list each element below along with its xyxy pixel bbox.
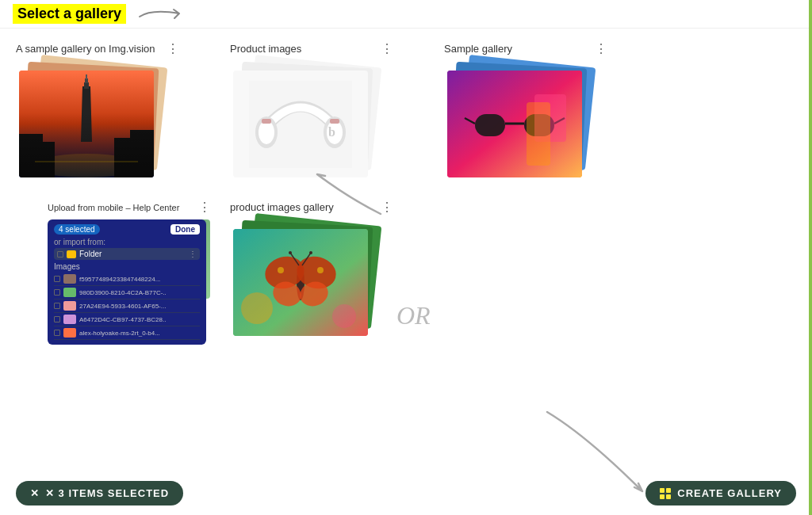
done-button[interactable]: Done xyxy=(170,224,200,235)
folder-label: Folder xyxy=(79,250,189,258)
gallery-4-menu[interactable]: ⋮ xyxy=(195,200,214,215)
svg-point-38 xyxy=(309,251,312,254)
or-text: OR xyxy=(396,301,431,330)
arrow-to-galleries xyxy=(301,158,396,222)
file-2-name: 980D3900-8210-4C2A-B77C-... xyxy=(79,289,167,296)
svg-text:b: b xyxy=(328,125,335,139)
svg-rect-26 xyxy=(527,102,550,166)
gallery-1-menu[interactable]: ⋮ xyxy=(163,41,182,56)
svg-rect-5 xyxy=(86,74,87,79)
page-title: Select a gallery xyxy=(13,4,126,24)
gallery-3-header: Sample gallery ⋮ xyxy=(444,41,611,56)
file-1-checkbox[interactable] xyxy=(54,276,60,282)
create-gallery-label: CREATE GALLERY xyxy=(677,487,782,499)
file-5-thumb xyxy=(63,328,76,338)
gallery-1-stack xyxy=(16,61,167,184)
file-row-2[interactable]: 980D3900-8210-4C2A-B77C-... xyxy=(54,286,200,299)
svg-rect-8 xyxy=(114,138,134,177)
file-row-1[interactable]: f595774894233847448224... xyxy=(54,273,200,286)
file-3-checkbox[interactable] xyxy=(54,303,60,309)
file-3-thumb xyxy=(63,301,76,311)
gallery-card-3[interactable]: Sample gallery ⋮ xyxy=(444,41,611,184)
file-3-name: 27A24E94-5933-4601-AF65-... xyxy=(79,303,166,310)
svg-point-33 xyxy=(278,267,284,273)
svg-rect-7 xyxy=(39,142,55,177)
file-5-checkbox[interactable] xyxy=(54,330,60,336)
file-row-3[interactable]: 27A24E94-5933-4601-AF65-... xyxy=(54,299,200,313)
svg-point-1 xyxy=(31,154,142,177)
right-accent-bar xyxy=(809,0,812,515)
x-icon: ✕ xyxy=(30,487,39,499)
gallery-5-stack xyxy=(230,219,381,342)
file-4-checkbox[interactable] xyxy=(54,316,60,322)
svg-rect-17 xyxy=(262,119,271,124)
gallery-2-header: Product images ⋮ xyxy=(230,41,396,56)
folder-checkbox[interactable] xyxy=(57,251,63,258)
svg-rect-6 xyxy=(19,134,43,177)
svg-rect-9 xyxy=(130,130,154,177)
svg-point-40 xyxy=(332,304,356,328)
gallery-1-header: A sample gallery on Img.vision ⋮ xyxy=(16,41,182,56)
gallery-4-header: Upload from mobile – Help Center ⋮ xyxy=(48,200,214,215)
gallery-1-title: A sample gallery on Img.vision xyxy=(16,43,163,55)
gallery-3-stack xyxy=(444,61,595,184)
gallery-card-4[interactable]: Upload from mobile – Help Center ⋮ 4 sel… xyxy=(48,200,214,342)
file-2-thumb xyxy=(63,288,76,297)
create-gallery-button[interactable]: CREATE GALLERY xyxy=(645,481,796,505)
svg-point-37 xyxy=(289,251,292,254)
items-selected-label: ✕ 3 ITEMS SELECTED xyxy=(45,487,169,499)
file-row-4[interactable]: A6472D4C-CB97-4737-BC28... xyxy=(54,313,200,326)
folder-row[interactable]: Folder ⋮ xyxy=(54,248,200,260)
file-1-name: f595774894233847448224... xyxy=(79,276,160,283)
file-5-name: alex-holyoake-ms-2rt_0-b4... xyxy=(79,330,160,337)
gallery-3-title: Sample gallery xyxy=(444,43,592,55)
svg-marker-2 xyxy=(81,86,92,142)
selected-count-badge: 4 selected xyxy=(54,224,100,235)
folder-icon xyxy=(67,250,76,258)
header-arrow xyxy=(136,2,199,26)
file-row-5[interactable]: alex-holyoake-ms-2rt_0-b4... xyxy=(54,326,200,340)
gallery-4-title: Upload from mobile – Help Center xyxy=(48,203,195,212)
or-import-label: or import from: xyxy=(54,238,200,246)
svg-point-13 xyxy=(259,120,274,144)
svg-point-39 xyxy=(241,292,273,324)
gallery-3-menu[interactable]: ⋮ xyxy=(592,41,611,56)
svg-rect-18 xyxy=(330,119,339,124)
gallery-4-stack: 4 selected Done or import from: Folder ⋮… xyxy=(48,219,210,342)
svg-rect-20 xyxy=(475,114,505,136)
grid-icon xyxy=(660,488,671,499)
bottom-bar: ✕ ✕ 3 ITEMS SELECTED CREATE GALLERY xyxy=(0,481,812,505)
header: Select a gallery xyxy=(0,0,812,29)
headphones-svg: b xyxy=(249,81,352,168)
gallery-2-menu[interactable]: ⋮ xyxy=(377,41,396,56)
svg-rect-3 xyxy=(84,82,89,89)
mobile-panel-header: 4 selected Done xyxy=(54,224,200,235)
file-1-thumb xyxy=(63,274,76,284)
file-4-name: A6472D4C-CB97-4737-BC28... xyxy=(79,316,167,323)
gallery-2-title: Product images xyxy=(230,43,377,55)
svg-point-34 xyxy=(317,267,324,273)
gallery-card-1[interactable]: A sample gallery on Img.vision ⋮ xyxy=(16,41,182,184)
items-selected-button[interactable]: ✕ ✕ 3 ITEMS SELECTED xyxy=(16,481,183,505)
file-4-thumb xyxy=(63,315,76,324)
images-section-label: Images xyxy=(54,262,200,271)
file-2-checkbox[interactable] xyxy=(54,289,60,296)
